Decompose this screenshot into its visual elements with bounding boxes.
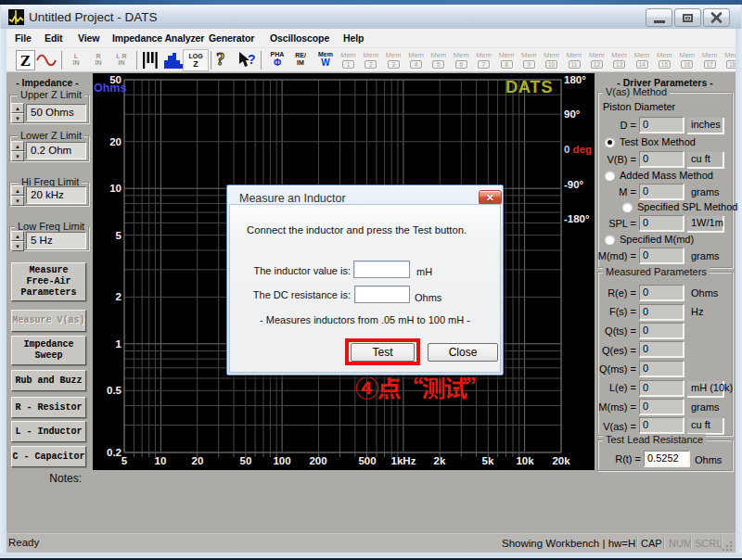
svg-text:?: ?: [248, 52, 256, 67]
